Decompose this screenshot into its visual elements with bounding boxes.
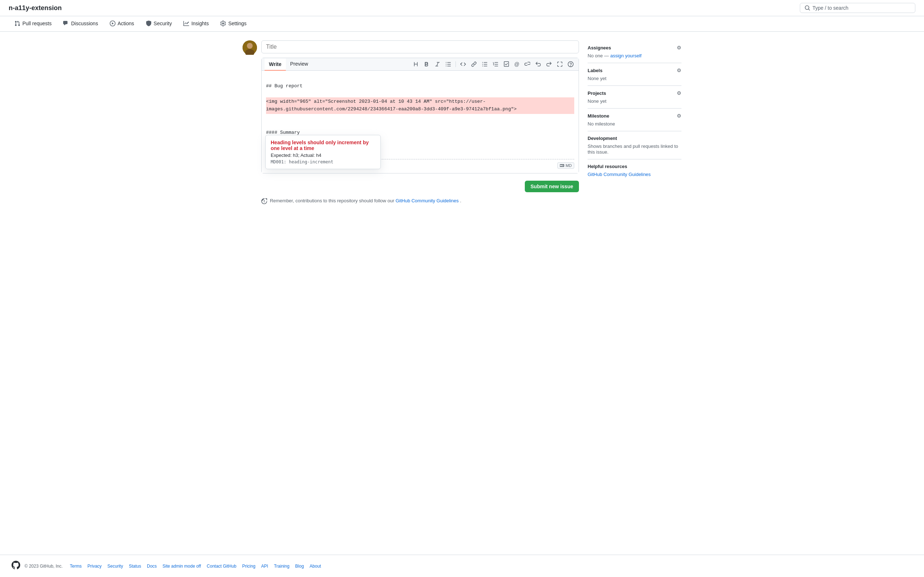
tab-insights[interactable]: Insights [178, 16, 215, 31]
svg-point-1 [247, 43, 253, 49]
tab-discussions[interactable]: Discussions [57, 16, 104, 31]
unordered-list-btn[interactable] [480, 60, 490, 69]
insights-icon [183, 21, 189, 26]
mention-btn[interactable]: @ [512, 60, 522, 69]
editor-tabs-bar: Write Preview [262, 58, 578, 71]
projects-header: Projects ⚙ [588, 90, 682, 96]
list-btn[interactable] [443, 60, 453, 69]
undo-btn[interactable] [533, 60, 543, 69]
help-btn[interactable] [565, 60, 576, 69]
labels-value: None yet [588, 76, 606, 81]
pr-icon [15, 21, 20, 26]
search-placeholder: Type / to search [813, 5, 848, 11]
tab-settings[interactable]: Settings [215, 16, 252, 31]
tab-discussions-label: Discussions [71, 21, 98, 26]
projects-value: None yet [588, 98, 606, 104]
error-code: MD001: heading-increment [271, 160, 375, 164]
helpful-community-link[interactable]: GitHub Community Guidelines [588, 172, 651, 177]
error-description: Expected: h3; Actual: h4 [271, 153, 375, 158]
tab-security-label: Security [154, 21, 172, 26]
actions-icon [110, 21, 115, 26]
assignees-section: Assignees ⚙ No one — assign yourself [588, 40, 682, 63]
development-header: Development [588, 135, 682, 141]
footer-training[interactable]: Training [274, 564, 289, 569]
milestone-section: Milestone ⚙ No milestone [588, 108, 682, 131]
footer-site-admin[interactable]: Site admin mode off [162, 564, 201, 569]
milestone-header: Milestone ⚙ [588, 113, 682, 119]
projects-title: Projects [588, 90, 606, 96]
editor-body[interactable]: ## Bug report <img width="965" alt="Scre… [262, 71, 578, 173]
assignees-gear[interactable]: ⚙ [677, 45, 682, 50]
editor-container: Write Preview [261, 58, 579, 174]
tab-actions[interactable]: Actions [104, 16, 140, 31]
page-footer: © 2023 GitHub, Inc. Terms Privacy Securi… [0, 554, 924, 577]
issue-form: Write Preview [261, 40, 579, 546]
community-guidelines-link[interactable]: GitHub Community Guidelines [396, 198, 459, 203]
helpful-resources-title: Helpful resources [588, 164, 682, 169]
footer-about[interactable]: About [310, 564, 321, 569]
italic-btn[interactable] [432, 60, 443, 69]
right-sidebar: Assignees ⚙ No one — assign yourself Lab… [588, 40, 682, 546]
avatar [242, 40, 257, 55]
footer-terms[interactable]: Terms [70, 564, 82, 569]
title-input[interactable] [261, 40, 579, 53]
search-box[interactable]: Type / to search [800, 3, 915, 13]
toolbar-divider [456, 61, 456, 67]
nav-tabs: Pull requests Discussions Actions Securi… [0, 16, 924, 32]
main-content: Write Preview [231, 32, 693, 554]
tab-pull-requests[interactable]: Pull requests [9, 16, 57, 31]
footer-status[interactable]: Status [129, 564, 141, 569]
tab-actions-label: Actions [118, 21, 134, 26]
footer-contact[interactable]: Contact GitHub [207, 564, 236, 569]
footer-blog[interactable]: Blog [295, 564, 304, 569]
development-section: Development Shows branches and pull requ… [588, 131, 682, 160]
discussions-icon [63, 21, 69, 26]
footer-security[interactable]: Security [108, 564, 123, 569]
tab-pr-label: Pull requests [23, 21, 52, 26]
assign-yourself-link[interactable]: assign yourself [611, 53, 642, 58]
tab-settings-label: Settings [228, 21, 247, 26]
footer-privacy[interactable]: Privacy [87, 564, 102, 569]
avatar-image [242, 40, 257, 55]
development-title: Development [588, 135, 617, 141]
footer-links: Terms Privacy Security Status Docs Site … [70, 564, 321, 569]
error-tooltip: Heading levels should only increment by … [265, 135, 381, 169]
labels-header: Labels ⚙ [588, 68, 682, 73]
md-badge: MD [557, 162, 574, 169]
preview-tab[interactable]: Preview [286, 58, 313, 70]
milestone-value: No milestone [588, 121, 615, 127]
footer-copyright: © 2023 GitHub, Inc. [24, 564, 63, 569]
write-tab[interactable]: Write [265, 58, 286, 71]
redo-btn[interactable] [544, 60, 554, 69]
projects-gear[interactable]: ⚙ [677, 90, 682, 96]
settings-icon [220, 21, 226, 26]
search-icon [804, 5, 810, 11]
labels-section: Labels ⚙ None yet [588, 63, 682, 86]
editor-toolbar: @ [411, 58, 576, 70]
helpful-resources-section: Helpful resources GitHub Community Guide… [588, 160, 682, 181]
tasklist-btn[interactable] [501, 60, 512, 69]
assignees-title: Assignees [588, 45, 611, 50]
footer-api[interactable]: API [261, 564, 268, 569]
editor-content: ## Bug report <img width="965" alt="Scre… [266, 75, 574, 145]
ref-btn[interactable] [522, 60, 532, 69]
heading-btn[interactable] [411, 60, 421, 69]
assignees-header: Assignees ⚙ [588, 45, 682, 50]
link-btn[interactable] [469, 60, 479, 69]
ordered-list-btn[interactable] [491, 60, 501, 69]
bold-btn[interactable] [422, 60, 432, 69]
community-note: Remember, contributions to this reposito… [261, 198, 579, 204]
code-btn[interactable] [458, 60, 468, 69]
submit-new-issue-button[interactable]: Submit new issue [525, 181, 579, 192]
footer-pricing[interactable]: Pricing [242, 564, 255, 569]
projects-section: Projects ⚙ None yet [588, 86, 682, 108]
tab-security[interactable]: Security [140, 16, 178, 31]
milestone-gear[interactable]: ⚙ [677, 113, 682, 119]
fullscreen-btn[interactable] [555, 60, 565, 69]
labels-title: Labels [588, 68, 603, 73]
development-text: Shows branches and pull requests linked … [588, 143, 678, 155]
footer-docs[interactable]: Docs [147, 564, 157, 569]
github-logo [11, 561, 20, 571]
labels-gear[interactable]: ⚙ [677, 68, 682, 73]
repo-title: n-a11y-extension [9, 4, 62, 12]
